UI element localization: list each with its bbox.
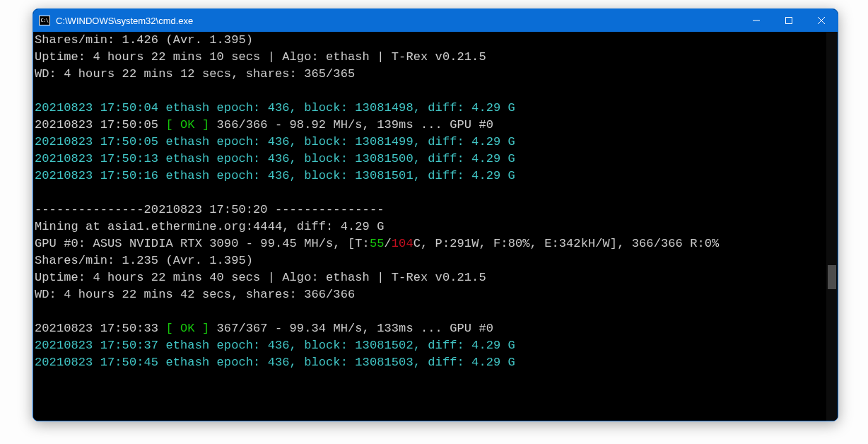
line-epoch: 20210823 17:50:04 ethash epoch: 436, blo… — [35, 101, 515, 115]
scrollbar-thumb[interactable] — [828, 265, 836, 289]
gpu-temp: 55 — [370, 237, 385, 250]
line-share-ts: 20210823 17:50:33 — [35, 322, 165, 335]
close-button[interactable] — [805, 9, 838, 32]
line-epoch: 20210823 17:50:13 ethash epoch: 436, blo… — [35, 152, 515, 165]
svg-rect-1 — [786, 18, 792, 24]
line-divider: ---------------20210823 17:50:20 -------… — [35, 203, 384, 216]
line-epoch: 20210823 17:50:05 ethash epoch: 436, blo… — [35, 135, 515, 148]
scrollbar[interactable] — [826, 32, 838, 421]
line-wd: WD: 4 hours 22 mins 12 secs, shares: 365… — [35, 67, 355, 81]
line-mining-at: Mining at asia1.ethermine.org:4444, diff… — [35, 220, 384, 233]
line-wd: WD: 4 hours 22 mins 42 secs, shares: 366… — [35, 288, 355, 301]
titlebar[interactable]: C:\ C:\WINDOWS\system32\cmd.exe — [33, 9, 838, 32]
line-share-ts: 20210823 17:50:05 — [35, 118, 165, 132]
cmd-window: C:\ C:\WINDOWS\system32\cmd.exe Shares/m… — [33, 8, 838, 421]
status-ok: [ OK ] — [165, 118, 209, 132]
line-shares: Shares/min: 1.235 (Avr. 1.395) — [35, 254, 253, 267]
line-gpu-b: C, P:291W, F:80%, E:342kH/W], 366/366 R:… — [414, 237, 720, 250]
gpu-memtemp: 104 — [392, 237, 414, 250]
terminal-output[interactable]: Shares/min: 1.426 (Avr. 1.395) Uptime: 4… — [33, 32, 838, 421]
maximize-button[interactable] — [773, 9, 805, 32]
line-share-detail: 367/367 - 99.34 MH/s, 133ms ... GPU #0 — [209, 322, 493, 335]
line-share-detail: 366/366 - 98.92 MH/s, 139ms ... GPU #0 — [209, 118, 493, 132]
line-epoch: 20210823 17:50:16 ethash epoch: 436, blo… — [35, 169, 515, 182]
line-shares: Shares/min: 1.426 (Avr. 1.395) — [35, 33, 253, 47]
status-ok: [ OK ] — [165, 322, 209, 335]
line-uptime: Uptime: 4 hours 22 mins 40 secs | Algo: … — [35, 271, 486, 284]
line-epoch: 20210823 17:50:37 ethash epoch: 436, blo… — [35, 339, 515, 352]
line-uptime: Uptime: 4 hours 22 mins 10 secs | Algo: … — [35, 50, 486, 64]
window-title: C:\WINDOWS\system32\cmd.exe — [56, 16, 740, 26]
minimize-button[interactable] — [740, 9, 773, 32]
line-gpu-a: GPU #0: ASUS NVIDIA RTX 3090 - 99.45 MH/… — [35, 237, 370, 250]
cmd-icon: C:\ — [39, 16, 50, 25]
line-epoch: 20210823 17:50:45 ethash epoch: 436, blo… — [35, 356, 515, 369]
line-gpu-sep: / — [385, 237, 392, 250]
